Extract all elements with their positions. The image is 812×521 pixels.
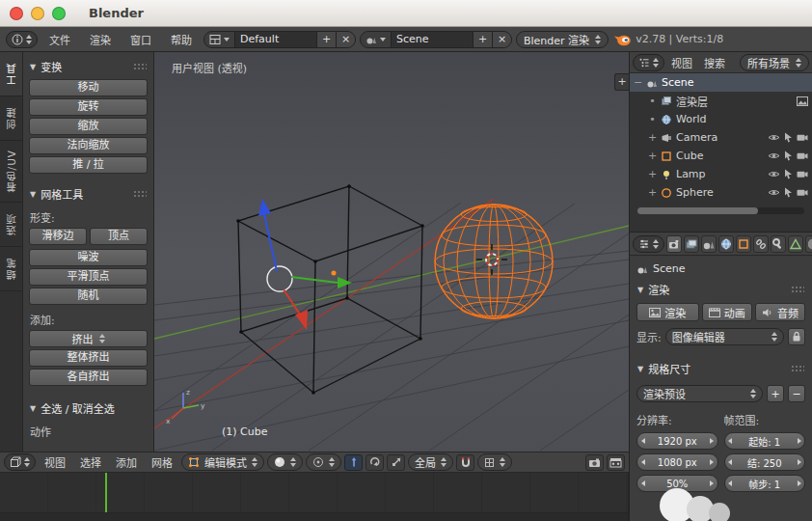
translate-button[interactable]: 移动 (29, 79, 148, 96)
tab-options[interactable]: 选项 (0, 203, 22, 247)
scene-add-button[interactable]: + (473, 32, 492, 47)
opengl-render-anim-button[interactable] (607, 454, 625, 471)
manipulator-scale-button[interactable] (387, 454, 405, 471)
preset-add-button[interactable]: + (767, 385, 784, 402)
region-expand-button[interactable]: + (614, 73, 629, 91)
tab-tools[interactable]: 工具 (0, 52, 22, 96)
mode-select[interactable]: 编辑模式 (181, 453, 264, 471)
visibility-eye-icon[interactable] (768, 170, 780, 178)
manipulator-rotate-button[interactable] (365, 454, 384, 471)
properties-editor-type-button[interactable] (633, 235, 664, 253)
viewport-shading-select[interactable] (267, 453, 303, 471)
menu-render[interactable]: 渲染 (82, 30, 119, 49)
expander-icon[interactable]: • (648, 95, 657, 107)
info-editor-type-button[interactable] (6, 31, 38, 48)
manipulator-z-arrow[interactable] (258, 199, 271, 216)
outliner-row-lamp[interactable]: + Lamp (630, 165, 812, 183)
outliner-row-cube[interactable]: + Cube (630, 147, 812, 165)
menu-file[interactable]: 文件 (41, 30, 78, 49)
expander-icon[interactable]: + (648, 131, 657, 144)
outliner-row-sphere[interactable]: + Sphere (630, 183, 812, 202)
outliner-row-world[interactable]: • World (630, 110, 812, 128)
noise-button[interactable]: 噪波 (29, 249, 148, 266)
extrude-region-button[interactable]: 整体挤出 (29, 349, 148, 367)
tab-shading-uv[interactable]: 着色/UV (0, 141, 22, 203)
visibility-eye-icon[interactable] (768, 133, 780, 142)
outliner-horizontal-scrollbar[interactable] (637, 207, 804, 214)
smooth-vertex-button[interactable]: 平滑顶点 (29, 268, 148, 286)
screen-layout-browse-button[interactable] (204, 32, 235, 47)
outliner-row-renderlayers[interactable]: • 渲染层 (630, 92, 812, 110)
panel-header-mesh-tools[interactable]: ▼ 网格工具 (29, 183, 148, 205)
tab-object[interactable] (736, 235, 751, 253)
panel-header-render[interactable]: ▼ 渲染 (636, 279, 805, 300)
outliner-editor-type-button[interactable] (633, 54, 664, 71)
menu-select[interactable]: 选择 (74, 452, 107, 472)
expander-icon[interactable]: • (648, 113, 657, 125)
viewport-editor-type-button[interactable] (4, 453, 36, 471)
randomize-button[interactable]: 随机 (29, 288, 148, 305)
render-audio-button[interactable]: 音频 (755, 303, 805, 321)
window-minimize-button[interactable] (31, 7, 44, 20)
vertex-slide-button[interactable]: 顶点 (90, 228, 148, 245)
render-still-button[interactable]: 渲染 (636, 303, 699, 321)
breadcrumb-scene[interactable]: Scene (653, 262, 686, 275)
window-close-button[interactable] (10, 7, 23, 20)
selectability-cursor-icon[interactable] (784, 187, 793, 198)
outliner-row-camera[interactable]: + Camera (630, 128, 812, 147)
tab-scene[interactable] (701, 235, 717, 253)
push-pull-button[interactable]: 推 / 拉 (29, 156, 148, 174)
renderability-camera-icon[interactable] (797, 188, 808, 197)
panel-header-select-all[interactable]: ▼ 全选 / 取消全选 (29, 398, 148, 419)
transform-orientation-select[interactable]: 全局 (408, 453, 453, 471)
lock-interface-button[interactable] (788, 328, 805, 345)
outliner-menu-view[interactable]: 视图 (666, 53, 697, 72)
shrink-fatten-button[interactable]: 法向缩放 (29, 137, 148, 154)
extrude-individual-button[interactable]: 各自挤出 (29, 369, 148, 386)
tab-constraints[interactable] (753, 235, 769, 253)
timeline[interactable] (0, 473, 629, 521)
screen-layout-add-button[interactable]: + (316, 32, 336, 47)
tab-world[interactable] (718, 235, 734, 253)
viewport-3d[interactable]: zyx 用户视图 (透视) (1) Cube + (154, 52, 629, 452)
preset-remove-button[interactable]: − (788, 385, 805, 402)
manipulator-toggle-button[interactable] (344, 454, 363, 471)
renderlayer-toggle-icon[interactable] (797, 96, 808, 106)
outliner-filter-select[interactable]: 所有场景 (740, 54, 809, 71)
tab-create[interactable]: 创建 (0, 96, 22, 141)
menu-add[interactable]: 添加 (110, 452, 143, 472)
tab-grease-pencil[interactable]: 蜡笔 (0, 247, 22, 291)
renderability-camera-icon[interactable] (797, 170, 808, 178)
scene-name[interactable]: Scene (392, 32, 473, 47)
expander-icon[interactable]: + (648, 186, 657, 199)
tab-render-layers[interactable] (684, 235, 699, 253)
expander-icon[interactable]: − (634, 76, 642, 89)
frame-start-field[interactable]: 起始: 1 (724, 432, 806, 450)
screen-layout-name[interactable]: Default (235, 32, 316, 47)
expander-icon[interactable]: + (648, 150, 657, 162)
outliner-menu-search[interactable]: 搜索 (699, 53, 730, 72)
render-preset-select[interactable]: 渲染预设 (636, 385, 763, 402)
screen-layout-delete-button[interactable]: × (336, 32, 355, 47)
display-mode-select[interactable]: 图像编辑器 (665, 328, 784, 345)
snap-toggle-button[interactable] (456, 454, 474, 471)
frame-end-field[interactable]: 结: 250 (724, 453, 806, 471)
menu-view[interactable]: 视图 (39, 452, 71, 472)
selectability-cursor-icon[interactable] (784, 151, 793, 161)
tab-modifiers[interactable] (771, 235, 786, 253)
outliner-row-scene[interactable]: − Scene (630, 73, 812, 92)
frame-step-field[interactable]: 帧步: 1 (724, 475, 806, 492)
snap-element-select[interactable] (477, 453, 512, 471)
renderability-camera-icon[interactable] (797, 133, 808, 142)
menu-mesh[interactable]: 网格 (146, 452, 178, 472)
selectability-cursor-icon[interactable] (784, 169, 793, 179)
panel-header-transform[interactable]: ▼ 变换 (29, 56, 148, 77)
manipulator-x-arrow[interactable] (295, 310, 308, 330)
pivot-point-select[interactable] (306, 453, 341, 471)
visibility-eye-icon[interactable] (768, 188, 780, 197)
tab-object-data[interactable] (788, 235, 803, 253)
window-maximize-button[interactable] (52, 7, 66, 20)
scene-delete-button[interactable]: × (492, 32, 511, 47)
edge-slide-button[interactable]: 滑移边 (29, 228, 87, 245)
scale-button[interactable]: 缩放 (29, 118, 148, 135)
